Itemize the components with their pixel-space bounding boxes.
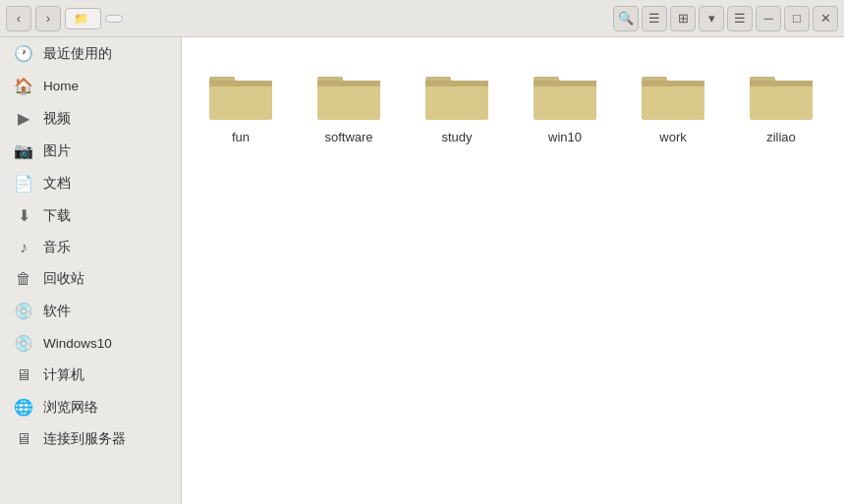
folder-win10[interactable]: win10 xyxy=(516,57,614,152)
sidebar-label-home: Home xyxy=(43,79,79,93)
sidebar-label-downloads: 下载 xyxy=(43,207,71,225)
pictures-icon: 📷 xyxy=(14,141,33,160)
server-icon: 🖥 xyxy=(14,430,33,448)
svg-rect-7 xyxy=(317,81,380,86)
svg-rect-2 xyxy=(209,84,272,120)
folder-label-win10: win10 xyxy=(548,130,582,144)
sidebar-item-network[interactable]: 🌐 浏览网络 xyxy=(0,391,181,423)
folder-software[interactable]: software xyxy=(300,57,398,152)
back-button[interactable]: ‹ xyxy=(6,6,31,31)
sidebar-item-trash[interactable]: 🗑 回收站 xyxy=(0,263,181,295)
network-icon: 🌐 xyxy=(14,398,33,417)
tab-win10[interactable] xyxy=(105,15,123,23)
sidebar-label-documents: 文档 xyxy=(43,175,71,193)
svg-rect-18 xyxy=(642,84,704,120)
svg-rect-6 xyxy=(317,84,380,120)
folder-label-ziliao: ziliao xyxy=(766,130,796,144)
sidebar-item-recent[interactable]: 🕐 最近使用的 xyxy=(0,37,181,70)
svg-rect-23 xyxy=(750,81,813,86)
documents-icon: 📄 xyxy=(14,174,33,193)
folder-work[interactable]: work xyxy=(624,57,722,152)
folder-icon-work xyxy=(640,67,706,124)
music-icon: ♪ xyxy=(14,239,33,256)
recent-icon: 🕐 xyxy=(14,44,33,63)
folder-ziliao[interactable]: ziliao xyxy=(732,57,830,152)
sidebar-item-software[interactable]: 💿 软件 xyxy=(0,295,181,327)
sidebar-item-documents[interactable]: 📄 文档 xyxy=(0,167,181,199)
sidebar-label-pictures: 图片 xyxy=(43,142,71,160)
sidebar-item-server[interactable]: 🖥 连接到服务器 xyxy=(0,423,181,455)
folder-grid: fun software study win10 xyxy=(192,57,834,152)
folder-icon-study xyxy=(423,67,490,124)
sidebar-item-pictures[interactable]: 📷 图片 xyxy=(0,135,181,167)
computer-icon: 🖥 xyxy=(14,366,33,384)
content-area: fun software study win10 xyxy=(182,37,844,504)
folder-tab-icon: 📁 xyxy=(74,12,88,26)
list-view-button[interactable]: ☰ xyxy=(642,6,667,31)
sidebar-item-computer[interactable]: 🖥 计算机 xyxy=(0,360,181,391)
folder-icon-ziliao xyxy=(748,67,815,124)
folder-label-software: software xyxy=(324,130,372,144)
svg-rect-22 xyxy=(750,84,813,120)
sidebar-label-music: 音乐 xyxy=(43,239,71,256)
toolbar-right: 🔍 ☰ ⊞ ▾ ☰ ─ □ ✕ xyxy=(613,6,838,31)
sidebar: 🕐 最近使用的 🏠 Home ▶ 视频 📷 图片 📄 文档 ⬇ 下载 ♪ 音乐 … xyxy=(0,37,182,504)
folder-label-fun: fun xyxy=(232,130,250,144)
svg-rect-14 xyxy=(534,84,596,120)
folder-study[interactable]: study xyxy=(408,57,506,152)
sidebar-label-video: 视频 xyxy=(43,110,71,128)
forward-button[interactable]: › xyxy=(35,6,61,31)
folder-icon-fun xyxy=(207,67,274,124)
tab-area: 📁 xyxy=(65,8,335,29)
search-button[interactable]: 🔍 xyxy=(613,6,639,31)
sidebar-item-windows10[interactable]: 💿 Windows10 xyxy=(0,327,181,360)
folder-label-work: work xyxy=(659,130,686,144)
svg-rect-15 xyxy=(534,81,596,86)
close-button[interactable]: ✕ xyxy=(813,6,838,31)
tab-mnt[interactable]: 📁 xyxy=(65,8,101,29)
sidebar-label-software: 软件 xyxy=(43,303,71,320)
sidebar-label-server: 连接到服务器 xyxy=(43,430,126,448)
sidebar-label-network: 浏览网络 xyxy=(43,399,98,417)
sidebar-item-video[interactable]: ▶ 视频 xyxy=(0,102,181,135)
video-icon: ▶ xyxy=(14,109,33,128)
sidebar-item-music[interactable]: ♪ 音乐 xyxy=(0,232,181,263)
sidebar-label-recent: 最近使用的 xyxy=(43,45,112,63)
folder-icon-win10 xyxy=(532,67,598,124)
sidebar-label-trash: 回收站 xyxy=(43,270,84,288)
minimize-button[interactable]: ─ xyxy=(756,6,781,31)
sidebar-item-downloads[interactable]: ⬇ 下载 xyxy=(0,199,181,232)
sidebar-item-home[interactable]: 🏠 Home xyxy=(0,70,181,102)
home-icon: 🏠 xyxy=(14,77,33,95)
grid-view-button[interactable]: ⊞ xyxy=(670,6,696,31)
windows10-icon: 💿 xyxy=(14,334,33,353)
svg-rect-3 xyxy=(209,81,272,86)
svg-rect-19 xyxy=(642,81,704,86)
svg-rect-11 xyxy=(425,81,488,86)
main-area: 🕐 最近使用的 🏠 Home ▶ 视频 📷 图片 📄 文档 ⬇ 下载 ♪ 音乐 … xyxy=(0,37,844,504)
trash-icon: 🗑 xyxy=(14,270,33,288)
titlebar: ‹ › 📁 🔍 ☰ ⊞ ▾ ☰ ─ □ ✕ xyxy=(0,0,844,37)
folder-label-study: study xyxy=(441,130,472,144)
sidebar-label-windows10: Windows10 xyxy=(43,336,112,351)
maximize-button[interactable]: □ xyxy=(784,6,810,31)
downloads-icon: ⬇ xyxy=(14,206,33,225)
sidebar-label-computer: 计算机 xyxy=(43,366,84,384)
menu-button[interactable]: ☰ xyxy=(727,6,753,31)
view-dropdown-button[interactable]: ▾ xyxy=(699,6,724,31)
software-icon: 💿 xyxy=(14,302,33,320)
svg-rect-10 xyxy=(425,84,488,120)
folder-icon-software xyxy=(315,67,382,124)
folder-fun[interactable]: fun xyxy=(192,57,290,152)
